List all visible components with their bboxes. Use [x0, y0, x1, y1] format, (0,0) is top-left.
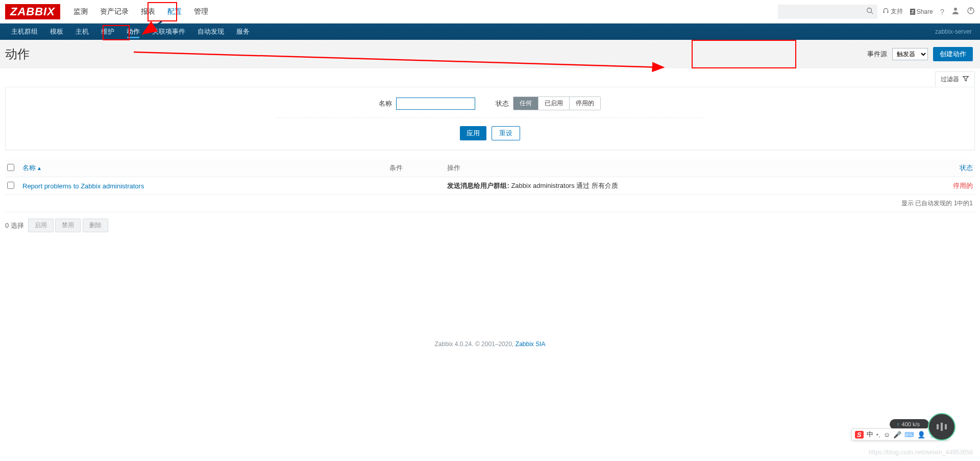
subnav-item-7[interactable]: 服务 — [230, 23, 256, 40]
logout-icon[interactable] — [967, 7, 975, 16]
row-name-link[interactable]: Report problems to Zabbix administrators — [22, 182, 389, 190]
server-name: zabbix-server — [935, 28, 975, 35]
table-row: Report problems to Zabbix administrators… — [5, 177, 975, 195]
share-link[interactable]: Z Share — [910, 8, 933, 15]
event-source-label: 事件源 — [867, 50, 887, 59]
col-conditions-header: 条件 — [389, 164, 403, 172]
select-all-checkbox[interactable] — [7, 164, 14, 171]
filter-status-btngroup: 任何已启用停用的 — [513, 96, 601, 110]
subnav-item-0[interactable]: 主机群组 — [5, 23, 44, 40]
filter-status-2[interactable]: 停用的 — [569, 97, 600, 110]
filter-name-input[interactable] — [396, 98, 475, 110]
filter-status-1[interactable]: 已启用 — [538, 97, 569, 110]
filter-funnel-icon — [962, 75, 969, 84]
selected-count: 0 选择 — [5, 221, 24, 230]
headset-icon — [883, 8, 889, 16]
zabbix-logo[interactable]: ZABBIX — [5, 4, 60, 19]
page-title: 动作 — [5, 46, 30, 62]
top-nav: 监测资产记录报表配置管理 — [67, 2, 214, 21]
apply-button[interactable]: 应用 — [460, 126, 486, 140]
svg-point-0 — [867, 8, 872, 13]
global-search[interactable] — [778, 5, 877, 19]
filter-name-field: 名称 — [379, 98, 475, 110]
share-icon: Z — [910, 9, 915, 15]
sort-asc-icon: ▲ — [37, 165, 42, 171]
user-icon[interactable] — [951, 7, 960, 16]
bulk-1[interactable]: 禁用 — [55, 219, 81, 232]
svg-rect-2 — [884, 11, 885, 13]
filter-status-field: 状态 任何已启用停用的 — [496, 96, 601, 110]
subnav-item-3[interactable]: 维护 — [95, 23, 120, 40]
col-name-sort[interactable]: 名称▲ — [22, 164, 42, 172]
filter-strip: 过滤器 — [0, 68, 980, 87]
svg-line-1 — [871, 12, 873, 14]
filter-card: 名称 状态 任何已启用停用的 应用 重设 — [5, 87, 975, 150]
col-status-sort[interactable]: 状态 — [960, 164, 973, 172]
sub-nav: 主机群组模板主机维护动作关联项事件自动发现服务 zabbix-server — [0, 23, 980, 40]
search-icon[interactable] — [866, 7, 873, 16]
bulk-actions: 0 选择 启用 禁用 删除 — [0, 212, 980, 238]
topnav-item-1[interactable]: 资产记录 — [94, 2, 135, 21]
page-header: 动作 事件源 触发器 创建动作 — [0, 40, 980, 68]
svg-point-4 — [954, 8, 957, 11]
subnav-item-6[interactable]: 自动发现 — [191, 23, 230, 40]
subnav-item-1[interactable]: 模板 — [44, 23, 69, 40]
bulk-2[interactable]: 删除 — [83, 219, 108, 232]
event-source-select[interactable]: 触发器 — [892, 48, 928, 60]
header-controls: 事件源 触发器 创建动作 — [867, 47, 975, 61]
actions-list: 名称▲ 条件 操作 状态 Report problems to Zabbix a… — [5, 159, 975, 212]
page-footer: Zabbix 4.0.24. © 2001–2020, Zabbix SIA — [0, 238, 980, 353]
col-operations-header: 操作 — [447, 164, 460, 172]
bulk-0[interactable]: 启用 — [28, 219, 54, 232]
help-icon[interactable]: ? — [940, 7, 944, 16]
row-checkbox[interactable] — [7, 182, 14, 189]
filter-status-0[interactable]: 任何 — [513, 97, 538, 110]
row-operations: 发送消息给用户群组: Zabbix administrators 通过 所有介质 — [447, 181, 932, 190]
reset-button[interactable]: 重设 — [492, 126, 520, 140]
topnav-item-4[interactable]: 管理 — [188, 2, 214, 21]
top-bar-actions: 支持 Z Share ? — [883, 7, 975, 16]
subnav-item-2[interactable]: 主机 — [69, 23, 95, 40]
topnav-item-2[interactable]: 报表 — [135, 2, 161, 21]
subnav-item-5[interactable]: 关联项事件 — [146, 23, 191, 40]
list-footer: 显示 已自动发现的 1中的1 — [5, 195, 975, 212]
svg-rect-3 — [887, 11, 888, 13]
search-input[interactable] — [782, 8, 866, 15]
create-action-button[interactable]: 创建动作 — [933, 47, 973, 61]
filter-toggle[interactable]: 过滤器 — [935, 71, 975, 87]
topnav-item-0[interactable]: 监测 — [67, 2, 94, 21]
top-bar: ZABBIX 监测资产记录报表配置管理 支持 Z Share ? — [0, 0, 980, 23]
list-header: 名称▲ 条件 操作 状态 — [5, 159, 975, 177]
row-status-toggle[interactable]: 停用的 — [932, 181, 973, 190]
topnav-item-3[interactable]: 配置 — [161, 2, 188, 21]
footer-link[interactable]: Zabbix SIA — [516, 341, 546, 348]
support-link[interactable]: 支持 — [883, 7, 903, 16]
subnav-item-4[interactable]: 动作 — [120, 23, 146, 40]
